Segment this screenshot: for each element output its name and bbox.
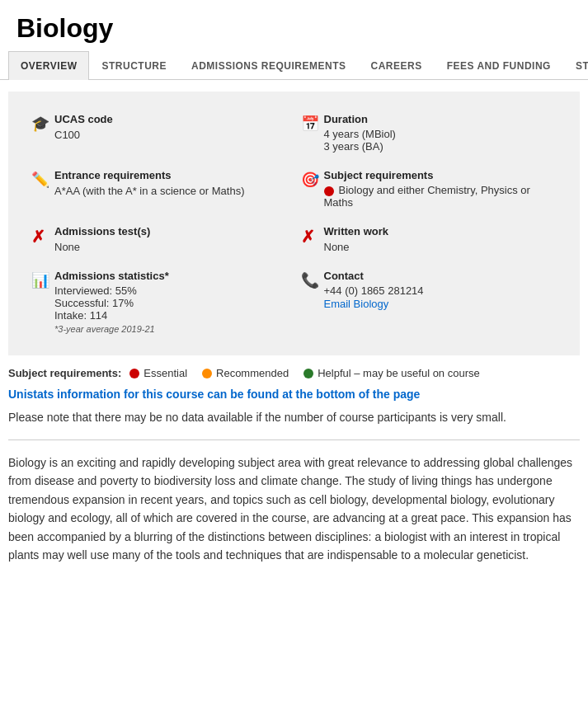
essential-item: Essential [129, 367, 187, 379]
duration-line1: 4 years (MBiol) [324, 128, 557, 140]
helpful-dot [303, 369, 313, 378]
entrance-value: A*AA (with the A* in a science or Maths) [54, 185, 245, 197]
admissions-stats-label: Admissions statistics* [54, 270, 288, 282]
info-grid: 🎓 UCAS code C100 📅 Duration 4 years (MBi… [25, 105, 563, 342]
entrance-row: ✏️ Entrance requirements A*AA (with the … [25, 161, 294, 217]
entrance-label: Entrance requirements [54, 169, 288, 181]
contact-label: Contact [324, 270, 557, 282]
subject-req-content: Subject requirements Biology and either … [324, 169, 557, 209]
body-text: Biology is an exciting and rapidly devel… [8, 454, 580, 564]
written-work-row: ✗ Written work None [294, 217, 564, 261]
stat-intake: Intake: 114 [54, 309, 288, 322]
contact-content: Contact +44 (0) 1865 281214 Email Biolog… [324, 270, 557, 310]
recommended-label: Recommended [216, 367, 289, 379]
duration-content: Duration 4 years (MBiol) 3 years (BA) [324, 113, 557, 153]
divider [8, 439, 580, 440]
helpful-item: Helpful – may be useful on course [303, 367, 480, 379]
entrance-content: Entrance requirements A*AA (with the A* … [54, 169, 288, 197]
ucas-content: UCAS code C100 [54, 113, 288, 141]
info-box: 🎓 UCAS code C100 📅 Duration 4 years (MBi… [8, 92, 580, 355]
written-work-content: Written work None [324, 225, 557, 253]
admissions-stats-values: Interviewed: 55% Successful: 17% Intake:… [54, 284, 288, 334]
stat-successful: Successful: 17% [54, 297, 288, 309]
admissions-stats-content: Admissions statistics* Interviewed: 55% … [54, 270, 288, 334]
admissions-test-row: ✗ Admissions test(s) None [25, 217, 294, 261]
cross2-icon: ✗ [301, 227, 324, 247]
tab-fees[interactable]: FEES AND FUNDING [435, 51, 563, 80]
ucas-label: UCAS code [54, 113, 288, 125]
duration-value: 4 years (MBiol) 3 years (BA) [324, 128, 557, 153]
subject-icon: 🎯 [301, 171, 324, 189]
ucas-value: C100 [54, 129, 80, 141]
unistats-link[interactable]: Unistats information for this course can… [8, 388, 580, 401]
admissions-test-content: Admissions test(s) None [54, 225, 288, 253]
recommended-dot [202, 369, 212, 378]
tab-overview[interactable]: OVERVIEW [8, 51, 89, 80]
admissions-test-value: None [54, 241, 80, 253]
calendar-icon: 📅 [301, 115, 324, 133]
nav-tabs: OVERVIEW STRUCTURE ADMISSIONS REQUIREMEN… [0, 50, 588, 80]
tab-studying[interactable]: STUDYING AT OXFORD [563, 51, 588, 80]
subject-req-value: Biology and either Chemistry, Physics or… [324, 184, 557, 209]
graduation-icon: 🎓 [31, 115, 54, 133]
duration-label: Duration [324, 113, 557, 125]
essential-dot [129, 369, 139, 378]
red-dot-indicator [324, 186, 334, 196]
contact-row: 📞 Contact +44 (0) 1865 281214 Email Biol… [294, 261, 564, 342]
duration-row: 📅 Duration 4 years (MBiol) 3 years (BA) [294, 105, 564, 161]
phone-icon: 📞 [301, 271, 324, 289]
recommended-item: Recommended [202, 367, 289, 379]
stats-icon: 📊 [31, 271, 54, 289]
stat-interviewed: Interviewed: 55% [54, 284, 288, 297]
admissions-test-label: Admissions test(s) [54, 225, 288, 237]
tab-structure[interactable]: STRUCTURE [89, 51, 179, 80]
duration-line2: 3 years (BA) [324, 140, 557, 153]
contact-email-link[interactable]: Email Biology [324, 298, 389, 310]
note-text: Please note that there may be no data av… [8, 409, 580, 426]
admissions-stats-row: 📊 Admissions statistics* Interviewed: 55… [25, 261, 294, 342]
written-work-label: Written work [324, 225, 557, 237]
ucas-row: 🎓 UCAS code C100 [25, 105, 294, 161]
subject-req-label: Subject requirements [324, 169, 557, 181]
tab-careers[interactable]: CAREERS [358, 51, 434, 80]
written-work-value: None [324, 241, 350, 253]
essential-label: Essential [143, 367, 187, 379]
subject-requirements-legend: Subject requirements: Essential Recommen… [8, 367, 580, 379]
stats-note: *3-year average 2019-21 [54, 324, 288, 334]
subject-req-legend-label: Subject requirements: [8, 367, 121, 379]
page-title: Biology [0, 0, 588, 50]
helpful-label: Helpful – may be useful on course [318, 367, 480, 379]
cross-icon: ✗ [31, 227, 54, 247]
pencil-icon: ✏️ [31, 171, 54, 189]
contact-phone: +44 (0) 1865 281214 [324, 284, 557, 297]
subject-req-row: 🎯 Subject requirements Biology and eithe… [294, 161, 564, 217]
tab-admissions[interactable]: ADMISSIONS REQUIREMENTS [179, 51, 359, 80]
